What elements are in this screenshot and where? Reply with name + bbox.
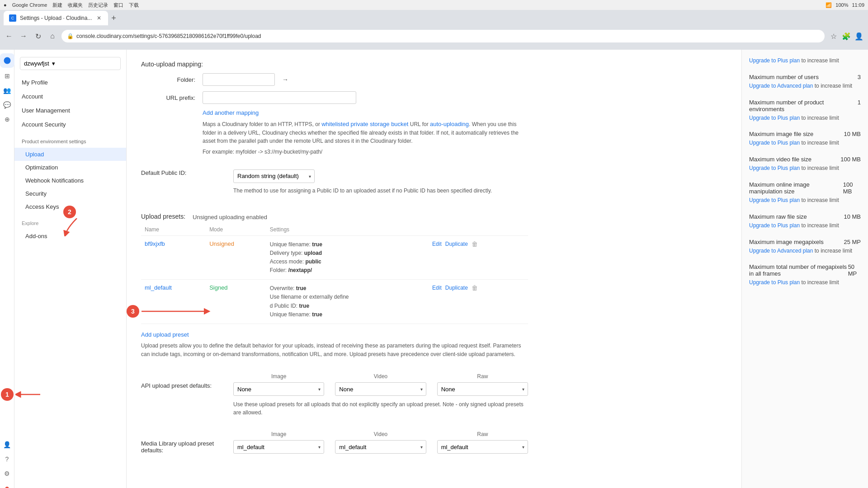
menu-history[interactable]: 历史记录	[88, 2, 108, 9]
right-panel-item-0: Upgrade to Plus plan to increase limit	[749, 57, 861, 65]
url-prefix-input[interactable]	[203, 91, 356, 104]
folder-label: Folder:	[141, 76, 195, 83]
wifi-icon: 📶	[826, 2, 832, 8]
sidebar: dzwywfjst ▾ My Profile Account User Mana…	[14, 50, 127, 488]
upgrade-suffix-1: to increase limit	[813, 83, 852, 89]
api-image-select[interactable]: None	[233, 382, 324, 396]
menu-bookmarks[interactable]: 收藏夹	[68, 2, 83, 9]
account-dropdown[interactable]: dzwywfjst ▾	[20, 57, 121, 70]
sidebar-item-label: Access Keys	[25, 203, 59, 210]
api-video-select[interactable]: None	[335, 382, 426, 396]
reload-button[interactable]: ↻	[33, 31, 43, 42]
api-video-col: Video None ▾	[335, 373, 426, 396]
sidebar-item-myprofile[interactable]: My Profile	[14, 75, 126, 89]
upgrade-link-6[interactable]: Upgrade to Plus plan	[749, 222, 800, 229]
right-panel-link-area-3: Upgrade to Plus plan to increase limit	[749, 139, 861, 147]
ml-video-select[interactable]: ml_default	[335, 440, 426, 454]
duplicate-link-2[interactable]: Duplicate	[445, 285, 468, 291]
folder-input[interactable]	[203, 73, 275, 86]
sidebar-item-usermgmt[interactable]: User Management	[14, 103, 126, 117]
upgrade-plus-link-2[interactable]: Upgrade to Plus plan	[749, 115, 800, 121]
sidebar-item-accesskeys[interactable]: Access Keys	[14, 200, 126, 213]
icon-nav-layers[interactable]: ⊕	[1, 113, 14, 126]
icon-nav-chat[interactable]: 💬	[1, 99, 14, 111]
sidebar-item-security[interactable]: Security	[14, 187, 126, 200]
right-panel-item-header-5: Maximum online image manipulation size 1…	[749, 181, 861, 195]
whitelist-link[interactable]: whitelisted private storage bucket	[321, 121, 408, 127]
address-bar[interactable]: 🔒 console.cloudinary.com/settings/c-5763…	[61, 30, 825, 42]
sidebar-item-accountsecurity[interactable]: Account Security	[14, 117, 126, 131]
right-panel-item-1: Maximum number of users 3 Upgrade to Adv…	[749, 74, 861, 90]
active-tab[interactable]: C Settings - Upload · Cloudina... ✕	[4, 11, 108, 25]
media-library-label: Media Library upload preset defaults:	[141, 431, 222, 454]
add-preset-link[interactable]: Add upload preset	[141, 331, 189, 338]
icon-nav-people[interactable]: 👥	[1, 84, 14, 97]
upgrade-plus-link-0[interactable]: Upgrade to Plus plan	[749, 57, 800, 64]
right-panel-title-3: Maximum image file size	[749, 131, 813, 137]
menu-new[interactable]: 新建	[52, 2, 62, 9]
right-panel-link-area-6: Upgrade to Plus plan to increase limit	[749, 222, 861, 230]
delete-icon-2[interactable]: 🗑	[472, 284, 478, 291]
product-env-label: Product environment settings	[14, 133, 126, 146]
ml-image-select[interactable]: ml_default	[233, 440, 324, 454]
sidebar-item-label: Security	[25, 190, 47, 197]
icon-nav-home[interactable]	[0, 53, 14, 68]
api-raw-select[interactable]: None	[437, 382, 528, 396]
upgrade-advanced-link-1[interactable]: Upgrade to Advanced plan	[749, 83, 813, 89]
delete-icon-1[interactable]: 🗑	[472, 240, 478, 248]
edit-link-2[interactable]: Edit	[432, 285, 442, 291]
back-button[interactable]: ←	[4, 31, 14, 42]
duplicate-link-1[interactable]: Duplicate	[445, 241, 468, 247]
ml-raw-select-wrapper: ml_default ▾	[437, 440, 528, 454]
preset-name-1[interactable]: bf9xjxfb	[145, 240, 165, 247]
tab-bar: C Settings - Upload · Cloudina... ✕ +	[0, 10, 868, 26]
ml-raw-select[interactable]: ml_default	[437, 440, 528, 454]
menu-download[interactable]: 下载	[129, 2, 139, 9]
sidebar-item-webhooks[interactable]: Webhook Notifications	[14, 174, 126, 187]
icon-nav-dot[interactable]: ●	[1, 482, 14, 488]
upgrade-link-3[interactable]: Upgrade to Plus plan	[749, 140, 800, 146]
tab-favicon: C	[9, 14, 16, 22]
media-library-row: Image ml_default ▾ Video	[233, 431, 528, 454]
new-tab-button[interactable]: +	[108, 13, 119, 23]
api-defaults-content: Image None ▾ Video	[233, 373, 528, 417]
upgrade-link-4[interactable]: Upgrade to Plus plan	[749, 165, 800, 171]
icon-nav-help[interactable]: ?	[1, 453, 14, 465]
preset-mode-2: Signed	[209, 284, 227, 291]
add-preset-area: Add upload preset Upload presets allow y…	[141, 331, 528, 359]
sidebar-item-label: Account	[22, 93, 43, 100]
col-settings: Settings	[266, 224, 429, 236]
forward-button[interactable]: →	[18, 31, 29, 42]
auto-uploading-link[interactable]: auto-uploading	[430, 121, 469, 127]
sidebar-item-upload[interactable]: Upload	[14, 148, 126, 161]
folder-row: Folder: →	[141, 73, 528, 86]
extensions-button[interactable]: 🧩	[841, 31, 852, 42]
api-image-col: Image None ▾	[233, 373, 324, 396]
ml-raw-col: Raw ml_default ▾	[437, 431, 528, 454]
home-button[interactable]: ⌂	[47, 31, 58, 42]
preset-actions-1: Edit Duplicate 🗑	[432, 240, 524, 248]
right-panel-title-8: Maximum total number of megapixels in al…	[749, 263, 848, 277]
profile-button[interactable]: 👤	[854, 31, 864, 42]
ml-raw-label: Raw	[437, 431, 528, 437]
icon-nav-grid[interactable]: ⊞	[1, 70, 14, 82]
upgrade-link-8[interactable]: Upgrade to Plus plan	[749, 279, 800, 286]
sidebar-item-addons[interactable]: Add-ons	[14, 230, 126, 243]
clock: 11:09	[852, 2, 864, 8]
bookmark-button[interactable]: ☆	[828, 31, 839, 42]
sidebar-item-account[interactable]: Account	[14, 89, 126, 103]
os-bar-left: ● Google Chrome 新建 收藏夹 历史记录 窗口 下载	[4, 2, 139, 9]
upgrade-link-5[interactable]: Upgrade to Plus plan	[749, 197, 800, 203]
add-mapping-link[interactable]: Add another mapping	[203, 109, 259, 116]
menu-window[interactable]: 窗口	[113, 2, 123, 9]
edit-link-1[interactable]: Edit	[432, 241, 442, 247]
icon-nav-user[interactable]: 👤	[1, 438, 14, 451]
tab-close-button[interactable]: ✕	[95, 14, 103, 22]
upgrade-link-7[interactable]: Upgrade to Advanced plan	[749, 248, 813, 254]
preset-name-2[interactable]: ml_default	[145, 284, 172, 291]
icon-nav-settings[interactable]: ⚙	[1, 467, 14, 480]
public-id-select[interactable]: Random string (default)	[233, 169, 315, 183]
add-preset-desc: Upload presets allow you to define the d…	[141, 342, 528, 359]
sidebar-item-optimization[interactable]: Optimization	[14, 161, 126, 174]
right-panel-value-2: 1	[858, 99, 861, 106]
